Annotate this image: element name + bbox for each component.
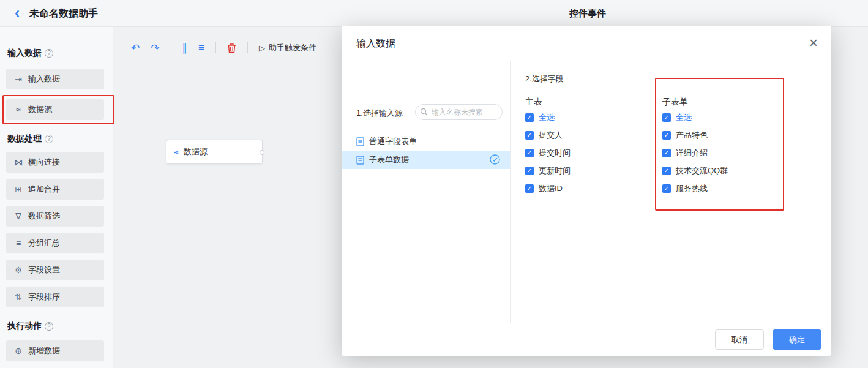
checkbox-field[interactable]: ✓ 提交时间 (525, 148, 571, 158)
sidebar-item-horizontal-join[interactable]: ⋈ 横向连接 (6, 152, 104, 173)
help-icon[interactable]: ? (45, 49, 53, 58)
field-label: 产品特色 (676, 130, 708, 141)
checkbox-select-all-main[interactable]: ✓ 全选 (525, 113, 555, 122)
sidebar-item-label: 横向连接 (28, 157, 60, 168)
sidebar-item-input-data[interactable]: ⇥ 输入数据 (6, 69, 104, 89)
sidebar-item-label: 新增数据 (28, 345, 60, 356)
field-label: 详细介绍 (676, 148, 708, 159)
field-label: 数据ID (539, 183, 563, 194)
sidebar-item-group-summary[interactable]: ≡ 分组汇总 (6, 233, 104, 253)
help-icon[interactable]: ? (45, 135, 53, 143)
undo-icon[interactable]: ↶ (131, 42, 140, 54)
checkbox-field[interactable]: ✓ 提交人 (525, 130, 563, 140)
toolbar-separator (171, 42, 171, 53)
sidebar-item-data-filter[interactable]: ∇ 数据筛选 (6, 206, 104, 227)
node-label: 数据源 (184, 146, 208, 157)
toolbar-separator (247, 42, 248, 53)
checkbox-field[interactable]: ✓ 产品特色 (662, 130, 708, 140)
toolbar-separator (215, 42, 216, 53)
settings-icon: ⚙ (13, 265, 23, 275)
panel-divider (510, 61, 511, 323)
checkbox-icon[interactable]: ✓ (525, 184, 534, 193)
modal-title: 输入数据 (356, 37, 395, 50)
delete-icon[interactable] (227, 43, 236, 53)
source-item-label: 普通字段表单 (369, 136, 417, 147)
checkbox-icon[interactable]: ✓ (662, 131, 671, 140)
checkbox-icon[interactable]: ✓ (525, 149, 534, 157)
sidebar-item-datasource[interactable]: ≈ 数据源 (6, 99, 104, 120)
checkbox-icon[interactable]: ✓ (662, 113, 671, 122)
sidebar-item-field-settings[interactable]: ⚙ 字段设置 (6, 260, 104, 280)
source-item-subform-data[interactable]: 子表单数据 (342, 151, 510, 169)
redo-icon[interactable]: ↷ (151, 42, 159, 54)
sidebar-item-label: 字段排序 (28, 291, 60, 302)
sidebar-section-processing: 数据处理 ? (7, 133, 53, 145)
sort-icon: ⇅ (13, 292, 23, 302)
section-label: 输入数据 (7, 48, 42, 59)
select-all-label[interactable]: 全选 (539, 112, 555, 123)
field-label: 技术交流QQ群 (676, 165, 728, 176)
sidebar-item-label: 追加合并 (28, 184, 60, 195)
header-center-title: 控件事件 (539, 8, 637, 20)
checkbox-field[interactable]: ✓ 数据ID (525, 184, 563, 193)
sidebar-item-label: 字段设置 (28, 265, 60, 276)
app-window: ‹ 未命名数据助手 控件事件 输入数据 ? ⇥ 输入数据 ≈ 数据源 数据处理 … (0, 0, 868, 368)
sidebar-item-field-sort[interactable]: ⇅ 字段排序 (6, 287, 104, 307)
sidebar-item-label: 数据源 (28, 104, 52, 115)
append-icon: ⊞ (13, 184, 23, 194)
input-data-modal: 输入数据 × 1.选择输入源 普通字段表单 子表单 (342, 26, 831, 356)
checkbox-field[interactable]: ✓ 技术交流QQ群 (662, 166, 728, 176)
checkbox-icon[interactable]: ✓ (525, 113, 534, 122)
section-label: 数据处理 (7, 133, 42, 145)
node-connector-port[interactable] (260, 150, 264, 155)
field-label: 提交人 (539, 130, 563, 141)
field-label: 更新时间 (539, 165, 571, 176)
checkbox-field[interactable]: ✓ 详细介绍 (662, 148, 708, 158)
align-horizontal-icon[interactable]: ≡ (198, 42, 204, 54)
group-title-main-table: 主表 (525, 97, 542, 108)
datasource-icon: ≈ (13, 105, 23, 115)
group-icon: ≡ (13, 238, 23, 248)
assistant-trigger-label: 助手触发条件 (269, 42, 316, 53)
source-panel: 1.选择输入源 普通字段表单 子表单数据 (342, 61, 510, 323)
back-icon[interactable]: ‹ (15, 5, 20, 21)
checkbox-icon[interactable]: ✓ (525, 167, 534, 175)
sidebar-item-append-merge[interactable]: ⊞ 追加合并 (6, 179, 104, 200)
modal-footer: 取消 确定 (342, 323, 831, 356)
document-icon (356, 137, 364, 146)
sidebar-item-label: 分组汇总 (28, 238, 60, 249)
canvas-node-datasource[interactable]: ≈ 数据源 (166, 140, 263, 164)
assistant-trigger-button[interactable]: ▷ 助手触发条件 (259, 42, 316, 53)
source-item-normal-form[interactable]: 普通字段表单 (342, 132, 510, 151)
page-title: 未命名数据助手 (29, 7, 98, 20)
input-data-icon: ⇥ (13, 74, 23, 84)
filter-icon: ∇ (13, 211, 23, 221)
section-label: 执行动作 (7, 321, 42, 332)
checkbox-icon[interactable]: ✓ (662, 184, 671, 193)
selected-check-icon (490, 154, 500, 167)
checkbox-icon[interactable]: ✓ (662, 167, 671, 175)
play-icon: ▷ (259, 43, 265, 53)
checkbox-field[interactable]: ✓ 更新时间 (525, 166, 571, 176)
top-header: ‹ 未命名数据助手 控件事件 (0, 0, 868, 27)
confirm-button[interactable]: 确定 (773, 329, 821, 350)
sidebar-section-input: 输入数据 ? (7, 48, 53, 59)
sidebar-item-add-data[interactable]: ⊕ 新增数据 (6, 340, 104, 361)
field-label: 服务热线 (676, 183, 708, 194)
help-icon[interactable]: ? (45, 322, 53, 331)
select-all-label[interactable]: 全选 (676, 112, 692, 123)
align-vertical-icon[interactable]: ∥ (182, 42, 188, 54)
field-label: 提交时间 (539, 148, 571, 159)
checkbox-icon[interactable]: ✓ (525, 131, 534, 140)
source-item-label: 子表单数据 (369, 154, 409, 165)
search-input[interactable] (415, 104, 503, 120)
checkbox-field[interactable]: ✓ 服务热线 (662, 184, 708, 193)
checkbox-select-all-subform[interactable]: ✓ 全选 (662, 113, 692, 122)
add-icon: ⊕ (13, 346, 23, 356)
checkbox-icon[interactable]: ✓ (662, 149, 671, 157)
cancel-button[interactable]: 取消 (715, 329, 764, 350)
fields-heading: 2.选择字段 (525, 73, 564, 84)
search-icon (420, 108, 428, 116)
document-icon (356, 156, 364, 165)
close-icon[interactable]: × (809, 34, 818, 51)
